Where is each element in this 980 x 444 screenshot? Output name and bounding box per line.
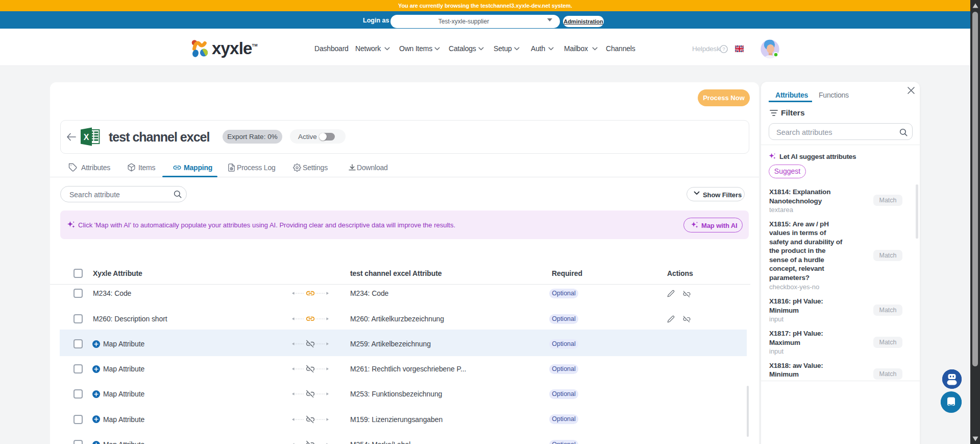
- svg-text:X: X: [84, 133, 89, 142]
- svg-text:?: ?: [722, 46, 725, 52]
